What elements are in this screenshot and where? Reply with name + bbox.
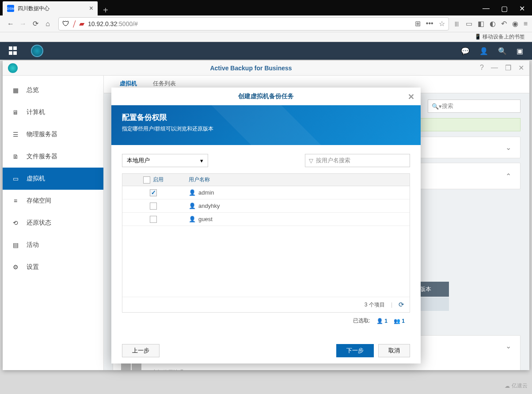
- vm-icon: ▭: [11, 174, 20, 184]
- user-scope-dropdown[interactable]: 本地用户▾: [122, 154, 208, 167]
- cancel-button[interactable]: 取消: [378, 344, 410, 357]
- window-minimize-icon[interactable]: —: [483, 4, 490, 13]
- sidebar-icon[interactable]: ▭: [466, 19, 472, 28]
- next-button[interactable]: 下一步: [336, 344, 374, 357]
- window-maximize-icon[interactable]: ▢: [501, 4, 508, 13]
- new-tab-button[interactable]: +: [98, 5, 114, 15]
- app-titlebar: Active Backup for Business ? — ❐ ✕: [3, 61, 529, 76]
- bookmarks-bar: 📱 移动设备上的书签: [0, 32, 532, 42]
- dsm-top-bar: 💬 👤 🔍 ▣: [0, 42, 532, 60]
- search-icon[interactable]: 🔍: [498, 47, 507, 55]
- user-search-input[interactable]: ▽ 按用户名搜索: [305, 154, 410, 167]
- storage-icon: ≡: [11, 196, 20, 206]
- row-checkbox[interactable]: [150, 203, 157, 210]
- overview-icon: ▦: [11, 85, 20, 95]
- modal-title: 创建虚拟机备份任务 ✕: [111, 88, 421, 105]
- home-button[interactable]: ⌂: [42, 18, 54, 30]
- banner-subtitle: 指定哪些用户/群组可以浏览和还原版本: [122, 125, 410, 133]
- window-close-icon[interactable]: ✕: [519, 4, 525, 13]
- tracker-icon[interactable]: ⧸: [73, 20, 76, 28]
- filter-icon: ▽: [309, 157, 313, 164]
- forward-button[interactable]: →: [17, 18, 29, 30]
- user-icon: 👤: [189, 203, 196, 209]
- modal-close-icon[interactable]: ✕: [408, 92, 414, 102]
- sidebar-item-settings[interactable]: ⚙设置: [3, 256, 103, 278]
- create-backup-task-modal: 创建虚拟机备份任务 ✕ 配置备份权限 指定哪些用户/群组可以浏览和还原版本 本地…: [111, 88, 421, 363]
- undo-icon[interactable]: ↶: [501, 19, 507, 28]
- tab-favicon: DSM: [7, 5, 14, 12]
- sidebar-item-physical[interactable]: ☰物理服务器: [3, 123, 103, 145]
- chevron-down-icon: ▾: [200, 157, 203, 164]
- browser-tabs-bar: DSM 四川数据中心 × + — ▢ ✕: [0, 0, 532, 15]
- server-icon: ☰: [11, 130, 20, 139]
- menu-icon[interactable]: ≡: [524, 20, 528, 28]
- library-icon[interactable]: ⫼: [453, 20, 460, 28]
- selected-summary: 已选取: 👤 1 👥 1: [122, 313, 410, 329]
- qr-icon[interactable]: ⊞: [415, 19, 421, 28]
- table-header: 启用 用户名称: [122, 174, 410, 186]
- user-icon[interactable]: 👤: [479, 47, 488, 55]
- active-backup-icon[interactable]: [31, 45, 43, 57]
- files-icon: 🗎: [11, 152, 20, 161]
- apps-launcher-icon[interactable]: [9, 46, 18, 55]
- sidebar-item-vm[interactable]: ▭虚拟机: [3, 168, 103, 190]
- app-minimize-icon[interactable]: —: [491, 64, 498, 72]
- table-row[interactable]: 👤admin: [122, 186, 410, 199]
- mobile-bookmarks-link[interactable]: 📱 移动设备上的书签: [475, 33, 525, 41]
- restore-icon: ⟲: [11, 218, 20, 228]
- search-icon: 🔍▾: [432, 103, 442, 110]
- sidebar-item-activity[interactable]: ▤活动: [3, 234, 103, 256]
- sidebar-item-restore[interactable]: ⟲还原状态: [3, 212, 103, 234]
- extension-icon[interactable]: ▰: [79, 19, 84, 28]
- reload-button[interactable]: ⟳: [29, 18, 42, 30]
- modal-footer: 上一步 下一步 取消: [111, 338, 421, 363]
- user-icon: 👤: [189, 216, 196, 222]
- select-all-checkbox[interactable]: [143, 176, 150, 184]
- app-title: Active Backup for Business: [22, 65, 480, 72]
- chevron-down-icon: ⌄: [505, 342, 511, 350]
- row-checkbox[interactable]: [150, 216, 157, 223]
- refresh-icon[interactable]: ⟳: [399, 301, 404, 309]
- table-row[interactable]: 👤guest: [122, 213, 410, 226]
- sidebar-item-storage[interactable]: ≡存储空间: [3, 190, 103, 212]
- url-box[interactable]: 🛡 ⧸ ▰ 10.92.0.32:5000/# ⊞ ••• ☆: [58, 17, 449, 31]
- url-text: 10.92.0.32:5000/#: [88, 20, 415, 27]
- sidebar-item-fileserver[interactable]: 🗎文件服务器: [3, 145, 103, 168]
- prev-button[interactable]: 上一步: [122, 344, 160, 357]
- shield-icon[interactable]: 🛡: [62, 20, 69, 28]
- account-icon[interactable]: ◉: [512, 19, 518, 28]
- more-icon[interactable]: •••: [426, 19, 433, 28]
- widgets-icon[interactable]: ▣: [517, 47, 523, 55]
- user-icon: 👤: [376, 318, 383, 324]
- app-help-icon[interactable]: ?: [480, 64, 484, 72]
- tab-close-icon[interactable]: ×: [89, 4, 93, 12]
- app-icon: [8, 63, 18, 73]
- bookmark-star-icon[interactable]: ☆: [439, 19, 445, 28]
- app-maximize-icon[interactable]: ❐: [505, 64, 511, 72]
- browser-tab[interactable]: DSM 四川数据中心 ×: [3, 1, 98, 15]
- banner-heading: 配置备份权限: [122, 112, 410, 122]
- containers-icon[interactable]: ◐: [490, 19, 496, 28]
- tab-title: 四川数据中心: [18, 5, 89, 12]
- sidebar-item-computers[interactable]: 🖥计算机: [3, 101, 103, 123]
- sidebar: ▦总览 🖥计算机 ☰物理服务器 🗎文件服务器 ▭虚拟机 ≡存储空间 ⟲还原状态 …: [3, 76, 104, 370]
- search-input[interactable]: 🔍▾ 搜索: [428, 99, 521, 113]
- watermark: ☁亿速云: [505, 382, 528, 390]
- user-table: 启用 用户名称 👤admin 👤andyhky 👤guest 3 个项目 | ⟳: [122, 173, 410, 313]
- pocket-icon[interactable]: ◧: [478, 19, 484, 28]
- items-count: 3 个项目: [365, 301, 385, 309]
- table-row[interactable]: 👤andyhky: [122, 199, 410, 213]
- gear-icon: ⚙: [11, 262, 20, 272]
- modal-banner: 配置备份权限 指定哪些用户/群组可以浏览和还原版本: [111, 105, 421, 145]
- user-icon: 👤: [189, 189, 196, 196]
- table-footer: 3 个项目 | ⟳: [122, 297, 410, 312]
- activity-icon: ▤: [11, 240, 20, 250]
- app-close-icon[interactable]: ✕: [518, 64, 524, 72]
- cloud-icon: ☁: [505, 383, 510, 389]
- chevron-up-icon: ⌃: [505, 172, 511, 180]
- back-button[interactable]: ←: [4, 18, 17, 30]
- messages-icon[interactable]: 💬: [461, 47, 470, 55]
- computer-icon: 🖥: [11, 107, 20, 117]
- sidebar-item-overview[interactable]: ▦总览: [3, 79, 103, 101]
- row-checkbox[interactable]: [150, 189, 157, 196]
